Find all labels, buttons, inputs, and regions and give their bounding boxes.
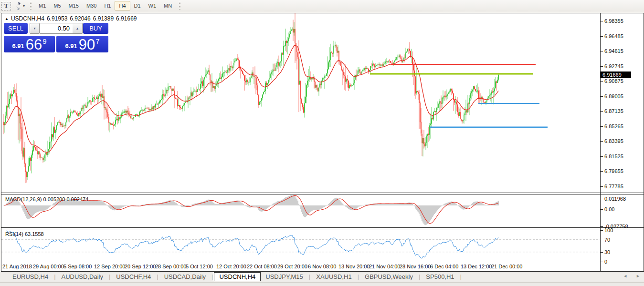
axis-tick [601,226,603,227]
tab-scroll-controls: ◄ ► [623,274,640,278]
chart-window: ▲ USDCNH,H4 6.91953 6.92046 6.91389 6.91… [1,13,644,272]
chevron-down-icon[interactable]: ▾ [23,4,25,8]
price-tick-label: 6.77785 [604,184,623,189]
timeframe-button-w1[interactable]: W1 [145,1,160,11]
price-tick-label: 6.81525 [604,153,623,159]
pane-separator[interactable] [1,227,644,228]
toolbar-separator [30,2,32,10]
time-axis-label: 29 Oct 20:00 [277,264,307,269]
tab-separator: | [309,273,310,280]
buy-price-base: 6.91 [65,42,77,50]
price-tick-label: 6.92745 [604,63,623,69]
volume-input[interactable] [40,23,73,34]
price-tick-label: 6.98355 [604,18,623,24]
price-tick-label: 6.96485 [604,33,623,39]
pane-separator[interactable] [1,229,644,229]
tab-separator: | [211,273,213,280]
price-tick-label: 6.83395 [604,138,623,144]
symbol-label: USDCNH,H4 [11,15,44,22]
tab-separator: | [109,273,110,280]
axis-tick [601,230,603,231]
tab-separator: | [460,273,462,280]
toolbar: T ▾ M1M5M15M30H1H4D1W1MN [0,0,644,12]
rsi-axis-label: 100 [604,227,613,233]
buy-price-sup: 7 [95,37,99,45]
double-arrow-icon [14,2,21,10]
sell-price-base: 6.91 [12,42,24,50]
axis-tick [601,156,603,157]
time-axis-label: 28 Sep 00:00 [155,264,186,269]
price-axis[interactable]: 6.91669 6.983556.964856.946156.927456.90… [601,13,644,271]
sell-price-sup: 9 [42,37,46,45]
chart-tab-audusd-daily[interactable]: AUDUSD,Daily [57,273,108,281]
time-axis-label: 6 Dec 04:00 [430,264,458,269]
chart-tab-eurusd-h4[interactable]: EURUSD,H4 [8,273,53,281]
axis-tick [601,36,603,37]
timeframe-button-d1[interactable]: D1 [130,1,145,11]
rsi-axis-label: 70 [604,237,610,243]
chart-tab-usdcad-daily[interactable]: USDCAD,Daily [159,273,211,281]
time-axis-label: 22 Oct 08:00 [247,264,277,269]
tab-separator: | [54,273,55,280]
pane-separator[interactable] [1,194,644,194]
price-tick-label: 6.87135 [604,108,623,114]
time-axis-label: 21 Dec 00:00 [491,264,522,269]
sell-price-big: 66 [26,39,42,51]
buy-button[interactable]: BUY [83,23,108,34]
chart-tab-gbpusd-weekly[interactable]: GBPUSD,Weekly [360,273,418,281]
timeframe-button-h4[interactable]: H4 [115,1,130,10]
chart-tab-usdjpy-m15[interactable]: USDJPY,M15 [261,273,308,281]
toolbar-separator [179,2,180,10]
pane-separator[interactable] [1,193,644,193]
rsi-indicator-canvas[interactable] [1,229,600,262]
low-value: 6.91389 [93,15,114,22]
price-tick-label: 6.90875 [604,78,623,84]
chart-tab-usdcnh-h4[interactable]: USDCNH,H4 [214,272,261,281]
buy-price-button[interactable]: 6.91907 [56,36,108,52]
price-tick-label: 6.89005 [604,93,623,99]
macd-indicator-label: MACD(12,26,9) 0.005200 0.002474 [5,196,88,202]
sell-button[interactable]: SELL [4,23,28,34]
chart-title: ▲ USDCNH,H4 6.91953 6.92046 6.91389 6.91… [5,15,137,22]
timeframe-toolbar: M1M5M15M30H1H4D1W1MN [35,1,176,11]
chart-tab-sp500-h1[interactable]: SP500,H1 [421,273,459,281]
time-axis-label: 5 Oct 12:00 [186,264,213,269]
axis-tick [601,252,603,253]
chart-tab-xauusd-h1[interactable]: XAUUSD,H1 [311,273,356,281]
volume-increase-button[interactable]: ▴ [73,23,83,34]
time-axis-label: 29 Aug 00:00 [33,264,64,269]
axis-tick [601,186,603,187]
text-tool-button[interactable]: T [1,2,11,10]
axis-tick [601,171,603,172]
one-click-trading-panel: SELL ▾ ▴ BUY 6.91669 6.91907 [4,23,108,52]
sell-price-button[interactable]: 6.91669 [4,36,55,52]
chart-tab-bar: EURUSD,H4|AUDUSD,Daily|USDCHF,H4|USDCAD,… [0,272,644,282]
timeframe-button-m1[interactable]: M1 [35,1,50,11]
price-tick-label: 6.94615 [604,48,623,54]
axis-tick [601,111,603,112]
time-axis-label: 28 Nov 16:00 [400,264,431,269]
tab-separator: | [419,273,420,280]
axis-tick [601,96,603,97]
timeframe-button-mn[interactable]: MN [160,1,176,11]
time-axis-label: 5 Sep 08:00 [63,264,92,269]
timeframe-button-m30[interactable]: M30 [83,1,100,11]
tabs: EURUSD,H4|AUDUSD,Daily|USDCHF,H4|USDCAD,… [8,272,463,281]
timeframe-button-m15[interactable]: M15 [65,1,83,11]
axis-tick [601,199,603,199]
axis-tick [601,126,603,127]
timeframe-button-m5[interactable]: M5 [50,1,64,11]
time-axis[interactable]: 21 Aug 201829 Aug 00:005 Sep 08:0012 Sep… [1,262,600,271]
draw-arrows-tool-button[interactable]: ▾ [14,2,25,10]
close-value: 6.91669 [116,15,137,22]
chart-tab-usdchf-h4[interactable]: USDCHF,H4 [111,273,156,281]
volume-decrease-button[interactable]: ▾ [30,23,40,34]
timeframe-button-h1[interactable]: H1 [100,1,115,11]
scroll-tabs-left-icon[interactable]: ◄ [623,274,627,278]
scroll-tabs-right-icon[interactable]: ► [636,274,640,278]
time-axis-label: 21 Aug 2018 [2,264,32,269]
price-tick-label: 6.85265 [604,123,623,129]
macd-indicator-canvas[interactable] [1,194,600,227]
collapse-arrow-icon[interactable]: ▲ [5,17,9,21]
time-axis-label: 12 Oct 20:00 [216,264,246,269]
